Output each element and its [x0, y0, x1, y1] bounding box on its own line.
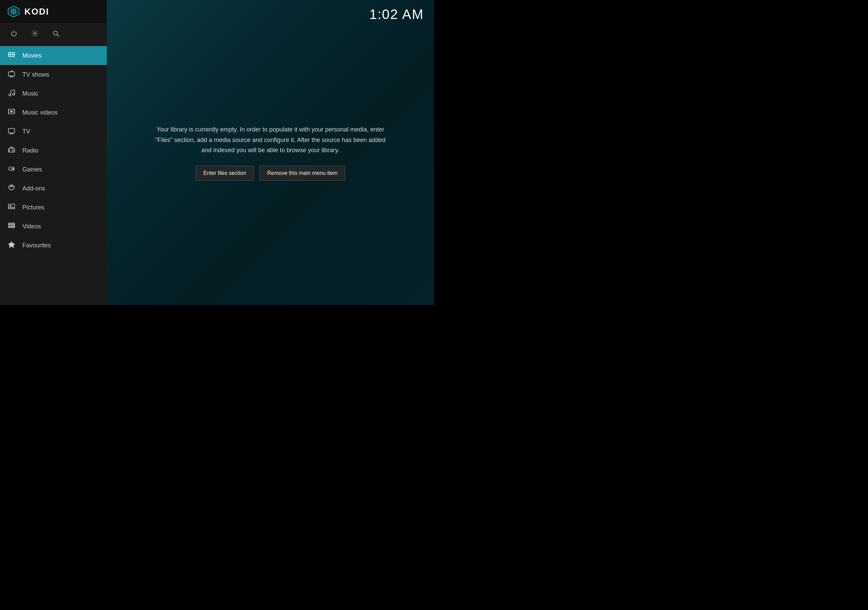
app-header: KODI — [0, 0, 107, 23]
sidebar-item-tv[interactable]: TV — [0, 122, 107, 141]
svg-point-16 — [9, 94, 11, 96]
musicvideos-icon — [7, 108, 16, 117]
sidebar-item-tvshows[interactable]: TV shows — [0, 65, 107, 84]
sidebar-item-label-videos: Videos — [22, 223, 41, 230]
tv-icon — [7, 127, 16, 136]
sidebar-item-radio[interactable]: Radio — [0, 141, 107, 160]
sidebar-item-label-favourites: Favourites — [22, 242, 51, 249]
svg-line-20 — [11, 90, 15, 90]
svg-point-35 — [12, 150, 14, 151]
games-icon — [7, 165, 16, 174]
sidebar-item-label-tvshows: TV shows — [22, 71, 49, 78]
sidebar-item-label-tv: TV — [22, 128, 30, 135]
addons-icon — [7, 184, 16, 193]
svg-point-17 — [12, 93, 15, 95]
empty-library-panel: Your library is currently empty. In orde… — [149, 118, 393, 187]
sidebar-item-favourites[interactable]: Favourites — [0, 236, 107, 255]
sidebar-item-music[interactable]: Music — [0, 84, 107, 103]
sidebar-item-musicvideos[interactable]: Music videos — [0, 103, 107, 122]
sidebar-item-games[interactable]: Games — [0, 160, 107, 179]
svg-point-41 — [13, 168, 14, 169]
svg-point-5 — [34, 32, 36, 34]
videos-icon — [7, 221, 16, 231]
sidebar-item-label-addons: Add-ons — [22, 185, 45, 192]
library-empty-message: Your library is currently empty. In orde… — [155, 124, 386, 156]
sidebar-item-label-music: Music — [22, 90, 38, 97]
music-icon — [7, 89, 16, 98]
sidebar-item-label-movies: Movies — [22, 52, 42, 59]
tvshows-icon — [7, 70, 16, 79]
sidebar: KODI MoviesTV showsMusicMu — [0, 0, 107, 305]
enter-files-button[interactable]: Enter files section — [195, 166, 254, 181]
sidebar-item-label-radio: Radio — [22, 147, 38, 154]
sidebar-item-label-musicvideos: Music videos — [22, 109, 57, 116]
svg-point-27 — [11, 111, 12, 112]
svg-point-46 — [10, 205, 11, 206]
sidebar-item-addons[interactable]: Add-ons — [0, 179, 107, 198]
action-buttons-group: Enter files section Remove this main men… — [155, 166, 386, 181]
remove-menu-item-button[interactable]: Remove this main menu item — [259, 166, 345, 181]
svg-rect-28 — [8, 129, 15, 133]
power-icon[interactable] — [10, 30, 18, 39]
sidebar-item-videos[interactable]: Videos — [0, 217, 107, 236]
main-navigation: MoviesTV showsMusicMusic videosTVRadioGa… — [0, 46, 107, 305]
svg-rect-12 — [8, 72, 15, 76]
sidebar-item-label-pictures: Pictures — [22, 204, 44, 211]
pictures-icon — [7, 203, 16, 212]
sidebar-toolbar — [0, 23, 107, 46]
search-icon[interactable] — [52, 30, 60, 39]
kodi-logo-icon — [7, 5, 20, 18]
main-content: 1:02 AM Your library is currently empty.… — [107, 0, 434, 305]
svg-marker-54 — [8, 241, 15, 248]
sidebar-item-movies[interactable]: Movies — [0, 46, 107, 65]
movies-icon — [7, 51, 16, 60]
settings-icon[interactable] — [31, 30, 39, 39]
radio-icon — [7, 146, 16, 155]
svg-point-42 — [13, 169, 14, 170]
clock-display: 1:02 AM — [369, 7, 424, 22]
app-title: KODI — [25, 6, 49, 17]
sidebar-item-pictures[interactable]: Pictures — [0, 198, 107, 217]
svg-line-7 — [57, 34, 59, 37]
sidebar-item-label-games: Games — [22, 166, 42, 173]
favourites-icon — [7, 241, 16, 250]
